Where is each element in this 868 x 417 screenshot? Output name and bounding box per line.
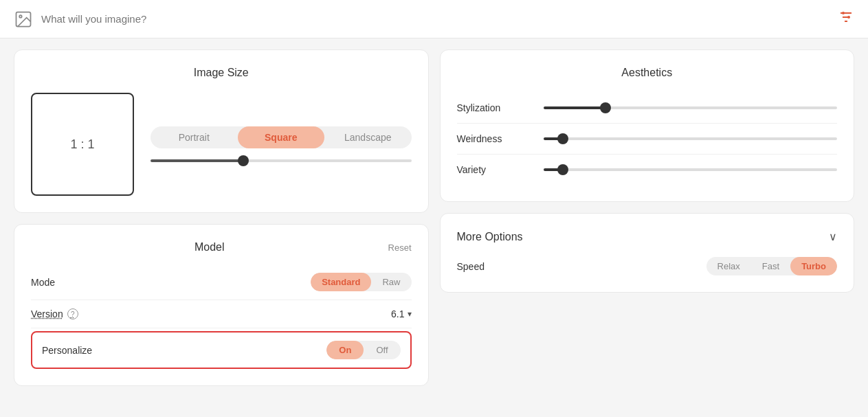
landscape-button[interactable]: Landscape xyxy=(324,126,412,148)
version-label: Version ? xyxy=(31,308,78,319)
aspect-ratio-box: 1 : 1 xyxy=(31,93,134,196)
weirdness-label: Weirdness xyxy=(457,133,533,144)
more-options-header[interactable]: More Options ∨ xyxy=(457,230,838,243)
relax-speed-button[interactable]: Relax xyxy=(706,257,751,275)
speed-buttons: Relax Fast Turbo xyxy=(706,257,837,275)
image-size-content: 1 : 1 Portrait Square Landscape xyxy=(31,93,412,196)
main-content: Image Size 1 : 1 Portrait Square Landsca… xyxy=(0,38,868,417)
variety-slider[interactable] xyxy=(544,168,838,171)
stylization-label: Stylization xyxy=(457,102,533,113)
model-title: Model xyxy=(194,241,225,253)
turbo-speed-button[interactable]: Turbo xyxy=(790,257,837,275)
model-card: Model Reset Mode Standard Raw Version ? xyxy=(14,224,429,386)
square-button[interactable]: Square xyxy=(238,126,325,148)
filter-icon[interactable] xyxy=(838,9,854,29)
standard-mode-button[interactable]: Standard xyxy=(311,273,371,291)
prompt-input[interactable] xyxy=(41,13,838,25)
stylization-row: Stylization xyxy=(457,93,838,124)
fast-speed-button[interactable]: Fast xyxy=(751,257,790,275)
speed-label: Speed xyxy=(457,261,485,272)
model-header: Model Reset xyxy=(31,241,412,253)
speed-row: Speed Relax Fast Turbo xyxy=(457,243,838,275)
svg-point-1 xyxy=(19,15,22,18)
aspect-ratio-label: 1 : 1 xyxy=(70,137,94,152)
raw-mode-button[interactable]: Raw xyxy=(371,273,411,291)
image-size-card: Image Size 1 : 1 Portrait Square Landsca… xyxy=(14,49,429,213)
personalize-row: Personalize On Off xyxy=(31,331,412,369)
chevron-down-icon: ▾ xyxy=(408,309,412,319)
toggle-group: On Off xyxy=(326,341,400,359)
portrait-button[interactable]: Portrait xyxy=(151,126,238,148)
version-value: 6.1 xyxy=(391,308,404,319)
version-select[interactable]: 6.1 ▾ xyxy=(391,308,411,319)
orientation-buttons: Portrait Square Landscape xyxy=(151,126,412,148)
image-icon xyxy=(14,10,33,29)
mode-row: Mode Standard Raw xyxy=(31,264,412,300)
more-options-title: More Options xyxy=(457,231,523,243)
variety-row: Variety xyxy=(457,155,838,185)
mode-buttons: Standard Raw xyxy=(311,273,411,291)
aesthetics-title: Aesthetics xyxy=(457,67,838,79)
image-size-title: Image Size xyxy=(31,67,412,79)
left-column: Image Size 1 : 1 Portrait Square Landsca… xyxy=(14,49,429,406)
reset-button[interactable]: Reset xyxy=(388,243,412,253)
right-column: Aesthetics Stylization Weirdness Variety… xyxy=(440,49,855,406)
header xyxy=(0,0,868,38)
more-options-card: More Options ∨ Speed Relax Fast Turbo xyxy=(440,213,855,293)
svg-point-6 xyxy=(847,16,850,19)
size-controls: Portrait Square Landscape xyxy=(151,126,412,162)
stylization-slider[interactable] xyxy=(544,106,838,109)
version-row: Version ? 6.1 ▾ xyxy=(31,300,412,328)
header-left xyxy=(14,10,838,29)
mode-label: Mode xyxy=(31,277,55,288)
aesthetics-card: Aesthetics Stylization Weirdness Variety xyxy=(440,49,855,202)
toggle-on-button[interactable]: On xyxy=(326,341,364,359)
size-slider[interactable] xyxy=(151,159,412,162)
variety-label: Variety xyxy=(457,164,533,175)
help-icon[interactable]: ? xyxy=(67,308,78,319)
toggle-off-button[interactable]: Off xyxy=(364,341,400,359)
weirdness-row: Weirdness xyxy=(457,124,838,155)
personalize-label: Personalize xyxy=(42,345,92,356)
svg-point-5 xyxy=(842,12,845,14)
weirdness-slider[interactable] xyxy=(544,137,838,140)
more-options-chevron-icon: ∨ xyxy=(829,230,837,243)
